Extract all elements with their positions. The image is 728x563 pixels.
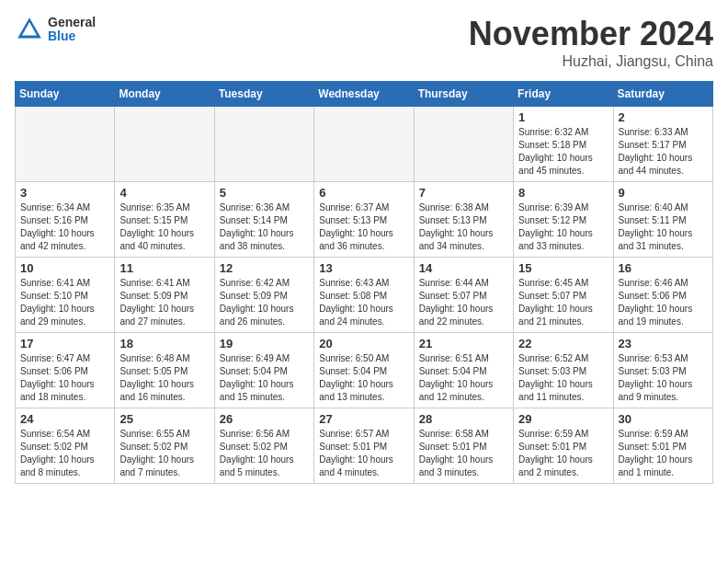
calendar-cell: 19Sunrise: 6:49 AM Sunset: 5:04 PM Dayli… bbox=[214, 333, 313, 408]
day-number: 13 bbox=[319, 261, 408, 275]
day-info: Sunrise: 6:51 AM Sunset: 5:04 PM Dayligh… bbox=[419, 352, 508, 404]
day-info: Sunrise: 6:33 AM Sunset: 5:17 PM Dayligh… bbox=[619, 126, 708, 178]
calendar-table: SundayMondayTuesdayWednesdayThursdayFrid… bbox=[15, 81, 713, 484]
day-info: Sunrise: 6:49 AM Sunset: 5:04 PM Dayligh… bbox=[220, 352, 309, 404]
calendar-cell: 9Sunrise: 6:40 AM Sunset: 5:11 PM Daylig… bbox=[613, 182, 712, 258]
day-info: Sunrise: 6:39 AM Sunset: 5:12 PM Dayligh… bbox=[518, 201, 608, 253]
calendar-cell: 11Sunrise: 6:41 AM Sunset: 5:09 PM Dayli… bbox=[115, 258, 214, 333]
day-info: Sunrise: 6:56 AM Sunset: 5:02 PM Dayligh… bbox=[220, 428, 309, 479]
logo: General Blue bbox=[15, 15, 96, 44]
day-info: Sunrise: 6:48 AM Sunset: 5:05 PM Dayligh… bbox=[119, 352, 209, 404]
calendar-cell: 20Sunrise: 6:50 AM Sunset: 5:04 PM Dayli… bbox=[314, 333, 414, 408]
day-number: 26 bbox=[220, 412, 309, 426]
calendar-cell bbox=[115, 107, 214, 182]
day-number: 12 bbox=[220, 261, 309, 275]
day-number: 19 bbox=[220, 337, 309, 350]
day-number: 9 bbox=[619, 186, 708, 200]
day-number: 17 bbox=[20, 337, 109, 350]
day-number: 1 bbox=[518, 110, 608, 124]
day-number: 3 bbox=[20, 186, 109, 200]
calendar-week-row: 3Sunrise: 6:34 AM Sunset: 5:16 PM Daylig… bbox=[16, 182, 713, 258]
calendar-cell: 15Sunrise: 6:45 AM Sunset: 5:07 PM Dayli… bbox=[514, 258, 613, 333]
location: Huzhai, Jiangsu, China bbox=[469, 53, 713, 70]
calendar-cell: 26Sunrise: 6:56 AM Sunset: 5:02 PM Dayli… bbox=[214, 408, 313, 484]
day-number: 24 bbox=[20, 412, 109, 426]
day-info: Sunrise: 6:50 AM Sunset: 5:04 PM Dayligh… bbox=[319, 352, 408, 404]
month-title: November 2024 bbox=[469, 15, 713, 53]
day-number: 20 bbox=[319, 337, 408, 350]
weekday-header: Friday bbox=[514, 82, 613, 107]
calendar-week-row: 24Sunrise: 6:54 AM Sunset: 5:02 PM Dayli… bbox=[16, 408, 713, 484]
calendar-cell: 17Sunrise: 6:47 AM Sunset: 5:06 PM Dayli… bbox=[16, 333, 115, 408]
calendar-cell: 6Sunrise: 6:37 AM Sunset: 5:13 PM Daylig… bbox=[314, 182, 414, 258]
day-info: Sunrise: 6:38 AM Sunset: 5:13 PM Dayligh… bbox=[419, 201, 508, 253]
day-info: Sunrise: 6:40 AM Sunset: 5:11 PM Dayligh… bbox=[619, 201, 708, 253]
calendar-cell: 27Sunrise: 6:57 AM Sunset: 5:01 PM Dayli… bbox=[314, 408, 414, 484]
title-area: November 2024 Huzhai, Jiangsu, China bbox=[469, 15, 713, 70]
day-number: 27 bbox=[319, 412, 408, 426]
calendar-cell: 28Sunrise: 6:58 AM Sunset: 5:01 PM Dayli… bbox=[414, 408, 513, 484]
weekday-header: Sunday bbox=[16, 82, 115, 107]
logo-icon bbox=[15, 15, 44, 44]
calendar-week-row: 10Sunrise: 6:41 AM Sunset: 5:10 PM Dayli… bbox=[16, 258, 713, 333]
calendar-cell: 2Sunrise: 6:33 AM Sunset: 5:17 PM Daylig… bbox=[613, 107, 712, 182]
day-info: Sunrise: 6:55 AM Sunset: 5:02 PM Dayligh… bbox=[119, 428, 209, 479]
calendar-cell: 5Sunrise: 6:36 AM Sunset: 5:14 PM Daylig… bbox=[214, 182, 313, 258]
day-info: Sunrise: 6:45 AM Sunset: 5:07 PM Dayligh… bbox=[518, 277, 608, 328]
header: General Blue November 2024 Huzhai, Jiang… bbox=[15, 15, 713, 70]
day-info: Sunrise: 6:59 AM Sunset: 5:01 PM Dayligh… bbox=[619, 428, 708, 479]
day-number: 28 bbox=[419, 412, 508, 426]
day-info: Sunrise: 6:53 AM Sunset: 5:03 PM Dayligh… bbox=[619, 352, 708, 404]
calendar-cell: 1Sunrise: 6:32 AM Sunset: 5:18 PM Daylig… bbox=[514, 107, 613, 182]
day-info: Sunrise: 6:32 AM Sunset: 5:18 PM Dayligh… bbox=[518, 126, 608, 178]
day-number: 25 bbox=[119, 412, 209, 426]
calendar-cell: 18Sunrise: 6:48 AM Sunset: 5:05 PM Dayli… bbox=[115, 333, 214, 408]
day-number: 14 bbox=[419, 261, 508, 275]
day-number: 30 bbox=[619, 412, 708, 426]
weekday-header: Tuesday bbox=[214, 82, 313, 107]
calendar-cell bbox=[214, 107, 313, 182]
calendar-cell bbox=[414, 107, 513, 182]
day-number: 5 bbox=[220, 186, 309, 200]
day-number: 4 bbox=[119, 186, 209, 200]
weekday-header: Wednesday bbox=[314, 82, 414, 107]
weekday-header-row: SundayMondayTuesdayWednesdayThursdayFrid… bbox=[16, 82, 713, 107]
logo-text: General Blue bbox=[48, 16, 96, 44]
day-number: 23 bbox=[619, 337, 708, 350]
weekday-header: Saturday bbox=[613, 82, 712, 107]
calendar-cell: 14Sunrise: 6:44 AM Sunset: 5:07 PM Dayli… bbox=[414, 258, 513, 333]
day-number: 8 bbox=[518, 186, 608, 200]
day-info: Sunrise: 6:42 AM Sunset: 5:09 PM Dayligh… bbox=[220, 277, 309, 328]
day-info: Sunrise: 6:57 AM Sunset: 5:01 PM Dayligh… bbox=[319, 428, 408, 479]
day-info: Sunrise: 6:43 AM Sunset: 5:08 PM Dayligh… bbox=[319, 277, 408, 328]
calendar-cell: 21Sunrise: 6:51 AM Sunset: 5:04 PM Dayli… bbox=[414, 333, 513, 408]
day-info: Sunrise: 6:44 AM Sunset: 5:07 PM Dayligh… bbox=[419, 277, 508, 328]
calendar-week-row: 1Sunrise: 6:32 AM Sunset: 5:18 PM Daylig… bbox=[16, 107, 713, 182]
day-number: 16 bbox=[619, 261, 708, 275]
day-number: 11 bbox=[119, 261, 209, 275]
day-number: 7 bbox=[419, 186, 508, 200]
day-info: Sunrise: 6:41 AM Sunset: 5:10 PM Dayligh… bbox=[20, 277, 109, 328]
weekday-header: Thursday bbox=[414, 82, 513, 107]
day-info: Sunrise: 6:41 AM Sunset: 5:09 PM Dayligh… bbox=[119, 277, 209, 328]
calendar-cell: 23Sunrise: 6:53 AM Sunset: 5:03 PM Dayli… bbox=[613, 333, 712, 408]
day-number: 6 bbox=[319, 186, 408, 200]
day-info: Sunrise: 6:34 AM Sunset: 5:16 PM Dayligh… bbox=[20, 201, 109, 253]
day-number: 21 bbox=[419, 337, 508, 350]
calendar-week-row: 17Sunrise: 6:47 AM Sunset: 5:06 PM Dayli… bbox=[16, 333, 713, 408]
calendar-cell: 22Sunrise: 6:52 AM Sunset: 5:03 PM Dayli… bbox=[514, 333, 613, 408]
calendar-cell: 7Sunrise: 6:38 AM Sunset: 5:13 PM Daylig… bbox=[414, 182, 513, 258]
day-number: 10 bbox=[20, 261, 109, 275]
calendar-cell: 24Sunrise: 6:54 AM Sunset: 5:02 PM Dayli… bbox=[16, 408, 115, 484]
calendar-cell: 29Sunrise: 6:59 AM Sunset: 5:01 PM Dayli… bbox=[514, 408, 613, 484]
calendar-cell: 8Sunrise: 6:39 AM Sunset: 5:12 PM Daylig… bbox=[514, 182, 613, 258]
calendar-cell: 4Sunrise: 6:35 AM Sunset: 5:15 PM Daylig… bbox=[115, 182, 214, 258]
logo-general-label: General bbox=[48, 16, 96, 29]
day-info: Sunrise: 6:47 AM Sunset: 5:06 PM Dayligh… bbox=[20, 352, 109, 404]
day-number: 22 bbox=[518, 337, 608, 350]
calendar-cell: 13Sunrise: 6:43 AM Sunset: 5:08 PM Dayli… bbox=[314, 258, 414, 333]
calendar-cell: 16Sunrise: 6:46 AM Sunset: 5:06 PM Dayli… bbox=[613, 258, 712, 333]
day-info: Sunrise: 6:54 AM Sunset: 5:02 PM Dayligh… bbox=[20, 428, 109, 479]
day-number: 2 bbox=[619, 110, 708, 124]
calendar-cell: 10Sunrise: 6:41 AM Sunset: 5:10 PM Dayli… bbox=[16, 258, 115, 333]
